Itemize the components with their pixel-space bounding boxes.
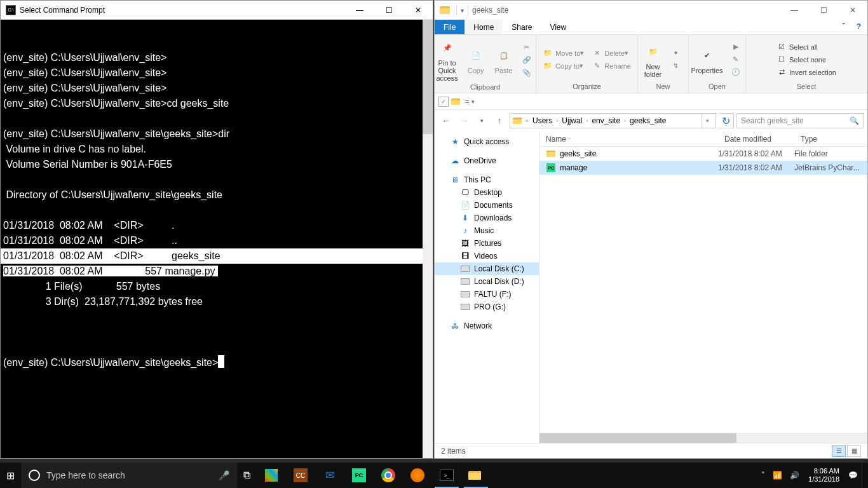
details-view-button[interactable]: ☰ [832, 445, 846, 457]
new-item-button[interactable]: ✦ [668, 48, 686, 59]
easy-access-button[interactable]: ↯ [668, 60, 686, 72]
edit-button[interactable]: ✎ [728, 54, 746, 65]
nav-drive-c[interactable]: Local Disk (C:) [435, 262, 539, 275]
app-firefox[interactable] [403, 463, 432, 488]
app-explorer[interactable] [461, 463, 491, 488]
app-cmd[interactable]: >_ [432, 463, 461, 488]
nav-quick-access[interactable]: ★Quick access [435, 135, 539, 148]
history-button[interactable]: 🕘 [728, 67, 746, 78]
select-all-button[interactable]: ☑Select all [774, 41, 820, 53]
ribbon-collapse-button[interactable]: ˇ [837, 20, 850, 34]
cmd-titlebar[interactable]: C:\ Select Command Prompt — ☐ ✕ [1, 1, 433, 20]
cmd-output[interactable]: (env_site) C:\Users\Ujjwal\env_site>(env… [1, 20, 433, 458]
app-store[interactable] [257, 463, 286, 488]
cut-button[interactable]: ✂ [519, 41, 537, 53]
app-pycharm[interactable]: PC [344, 463, 374, 488]
folder-icon[interactable] [451, 98, 460, 105]
app-mail[interactable]: ✉ [315, 463, 344, 488]
tray-overflow[interactable]: ˄ [757, 463, 769, 488]
qat-checkbox[interactable]: ✓ [438, 97, 449, 107]
tray-wifi[interactable]: 📶 [769, 463, 786, 488]
rename-button[interactable]: ✎Rename [589, 60, 634, 72]
tray-volume[interactable]: 🔊 [786, 463, 803, 488]
delete-button[interactable]: ✕Delete ▾ [589, 48, 631, 59]
app-chrome[interactable] [374, 463, 403, 488]
task-view-button[interactable]: ⧉ [237, 463, 257, 488]
back-button[interactable]: ← [438, 113, 454, 128]
navigation-pane[interactable]: ★Quick access ☁OneDrive 🖥This PC 🖵Deskto… [435, 132, 539, 443]
file-list[interactable]: geeks_site1/31/2018 8:02 AMFile folderPC… [539, 147, 867, 433]
scroll-thumb[interactable] [539, 433, 736, 443]
column-type[interactable]: Type [794, 135, 867, 144]
overflow-icon[interactable]: ▾ [461, 7, 464, 14]
nav-network[interactable]: 🖧Network [435, 320, 539, 332]
address-dropdown[interactable]: ▾ [702, 114, 713, 128]
app-cc[interactable]: CC [286, 463, 315, 488]
copy-path-button[interactable]: 🔗 [519, 54, 537, 65]
nav-music[interactable]: ♪Music [435, 224, 539, 237]
paste-shortcut-button[interactable]: 📎 [519, 67, 537, 78]
nav-downloads[interactable]: ⬇Downloads [435, 212, 539, 224]
breadcrumb-seg[interactable]: env_site [589, 116, 623, 125]
open-button[interactable]: ▶ [728, 41, 746, 53]
nav-drive-g[interactable]: PRO (G:) [435, 301, 539, 313]
nav-drive-f[interactable]: FALTU (F:) [435, 288, 539, 301]
icons-view-button[interactable]: ▦ [847, 445, 861, 457]
pin-button[interactable]: 📌Pin to Quick access [433, 36, 460, 83]
explorer-titlebar[interactable]: ▾ geeks_site — ☐ ✕ [435, 1, 867, 20]
tab-view[interactable]: View [541, 20, 575, 34]
taskbar-search[interactable]: Type here to search 🎤 [21, 463, 237, 488]
breadcrumb-seg[interactable]: geeks_site [627, 116, 668, 125]
minimize-button[interactable]: — [345, 1, 374, 20]
close-button[interactable]: ✕ [403, 1, 433, 20]
tab-file[interactable]: File [435, 20, 465, 34]
chevron-icon[interactable]: › [623, 118, 627, 124]
nav-this-pc[interactable]: 🖥This PC [435, 173, 539, 186]
properties-button[interactable]: ✔Properties [688, 44, 725, 76]
chevron-icon[interactable]: › [555, 118, 559, 124]
tab-share[interactable]: Share [503, 20, 541, 34]
column-name[interactable]: Name ˄ [539, 135, 718, 144]
chevron-icon[interactable]: › [585, 118, 589, 124]
action-center[interactable]: 💬 [844, 463, 862, 488]
cmd-scroll-thumb[interactable] [423, 20, 433, 134]
copy-button[interactable]: 📄Copy [463, 44, 489, 76]
tab-home[interactable]: Home [465, 20, 503, 34]
cmd-scrollbar[interactable] [423, 20, 433, 458]
breadcrumb-seg[interactable]: Users [530, 116, 555, 125]
close-button[interactable]: ✕ [838, 1, 867, 20]
refresh-button[interactable]: ↻ [719, 113, 734, 128]
file-row[interactable]: geeks_site1/31/2018 8:02 AMFile folder [539, 147, 867, 161]
forward-button[interactable]: → [456, 113, 471, 128]
search-box[interactable]: Search geeks_site 🔍 [736, 113, 864, 128]
up-button[interactable]: ↑ [492, 113, 507, 128]
nav-videos[interactable]: 🎞Videos [435, 250, 539, 262]
paste-button[interactable]: 📋Paste [491, 44, 517, 76]
column-date[interactable]: Date modified [718, 135, 794, 144]
maximize-button[interactable]: ☐ [809, 1, 838, 20]
qat-dropdown[interactable]: ▾ [471, 98, 475, 105]
move-to-button[interactable]: 📁Move to ▾ [540, 48, 587, 59]
mic-icon[interactable]: 🎤 [219, 470, 229, 480]
nav-pictures[interactable]: 🖼Pictures [435, 237, 539, 250]
maximize-button[interactable]: ☐ [374, 1, 403, 20]
nav-documents[interactable]: 📄Documents [435, 199, 539, 212]
qat-equals-icon[interactable]: = [465, 98, 469, 105]
recent-dropdown[interactable]: ▾ [474, 113, 489, 128]
nav-drive-d[interactable]: Local Disk (D:) [435, 275, 539, 288]
address-bar[interactable]: « Users› Ujjwal› env_site› geeks_site ▾ [510, 113, 716, 128]
clock[interactable]: 8:06 AM 1/31/2018 [803, 467, 844, 484]
invert-selection-button[interactable]: ⇄Invert selection [774, 67, 839, 78]
select-none-button[interactable]: ☐Select none [774, 54, 829, 65]
horizontal-scrollbar[interactable] [539, 433, 867, 443]
new-folder-button[interactable]: 📁New folder [641, 40, 666, 79]
chevron-icon[interactable]: « [524, 118, 530, 124]
show-desktop-button[interactable] [862, 463, 865, 488]
minimize-button[interactable]: — [780, 1, 809, 20]
file-row[interactable]: PCmanage1/31/2018 8:02 AMJetBrains PyCha… [539, 161, 867, 175]
nav-onedrive[interactable]: ☁OneDrive [435, 154, 539, 167]
start-button[interactable]: ⊞ [0, 463, 21, 488]
help-button[interactable]: ? [850, 20, 867, 34]
nav-desktop[interactable]: 🖵Desktop [435, 186, 539, 199]
copy-to-button[interactable]: 📁Copy to ▾ [540, 60, 586, 72]
